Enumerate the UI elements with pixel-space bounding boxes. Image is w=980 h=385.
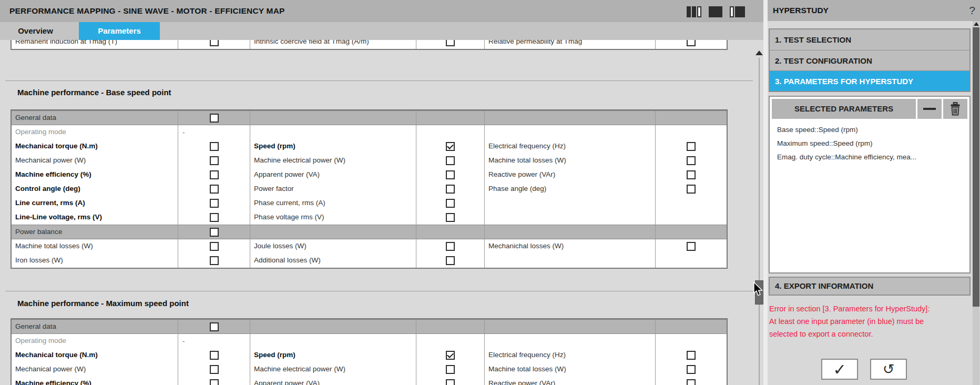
- empty-cell: [656, 111, 727, 125]
- parameter-checkbox[interactable]: [210, 322, 219, 331]
- param-label: Machine electrical power (W): [250, 362, 416, 377]
- parameter-checkbox[interactable]: [210, 351, 219, 360]
- parameter-checkbox[interactable]: [687, 379, 696, 385]
- empty-cell: [485, 111, 656, 125]
- group-checkbox-cell: [178, 225, 250, 239]
- clear-parameters-button[interactable]: [943, 99, 967, 119]
- parameter-checkbox[interactable]: [687, 185, 696, 194]
- param-label: Reactive power (VAr): [485, 377, 656, 385]
- param-checkbox-cell: [656, 348, 727, 362]
- param-label: Reactive power (VAr): [485, 168, 656, 182]
- parameter-checkbox[interactable]: [446, 185, 455, 194]
- confirm-button[interactable]: ✓: [821, 359, 858, 380]
- section-test-configuration[interactable]: 2. TEST CONFIGURATION: [770, 50, 969, 70]
- param-checkbox-cell: [178, 254, 250, 268]
- param-label: Mechanical torque (N.m): [12, 139, 178, 154]
- parameter-checkbox[interactable]: [210, 379, 219, 385]
- panel-scroll-up-icon[interactable]: [974, 22, 979, 26]
- parameter-checkbox[interactable]: [210, 185, 219, 194]
- param-checkbox-cell: [416, 154, 485, 168]
- sidebar-pane-view-icon[interactable]: [730, 6, 745, 17]
- error-message-line: selected to export a connector.: [769, 328, 975, 340]
- parameter-checkbox[interactable]: [210, 114, 219, 123]
- table-row: Mechanical power (W)Machine electrical p…: [12, 362, 727, 377]
- parameter-checkbox[interactable]: [446, 256, 455, 265]
- remove-parameter-button[interactable]: [917, 99, 942, 119]
- param-label: Relative permeability at Tmag: [485, 40, 656, 49]
- selected-parameters-list: Base speed::Speed (rpm) Maximum speed::S…: [772, 123, 967, 164]
- parameter-checkbox[interactable]: [446, 170, 455, 179]
- param-label: Remanent induction at Tmag (T): [12, 40, 178, 49]
- param-checkbox-cell: [656, 210, 727, 225]
- parameter-checkbox[interactable]: [210, 199, 219, 208]
- help-icon[interactable]: ?: [966, 2, 978, 19]
- param-label: Machine total losses (W): [12, 239, 178, 254]
- param-label: Machine efficiency (%): [12, 377, 178, 385]
- parameter-checkbox[interactable]: [210, 213, 219, 222]
- param-checkbox-cell: [416, 254, 485, 268]
- param-label: Machine electrical power (W): [250, 154, 416, 168]
- parameter-checkbox[interactable]: [687, 142, 696, 151]
- group-checkbox-cell: [178, 320, 250, 333]
- selected-parameters-box: SELECTED PARAMETERS Base speed::Speed (r…: [769, 96, 971, 273]
- group-header-row: General data: [12, 110, 727, 125]
- scroll-up-icon[interactable]: [756, 50, 763, 55]
- application-window: PERFORMANCE MAPPING - SINE WAVE - MOTOR …: [0, 0, 980, 385]
- parameter-checkbox[interactable]: [210, 40, 219, 46]
- tab-parameters[interactable]: Parameters: [79, 22, 160, 40]
- parameter-checkbox[interactable]: [210, 142, 219, 151]
- parameter-checkbox-checked[interactable]: [446, 351, 455, 360]
- parameter-checkbox[interactable]: [210, 228, 219, 237]
- parameter-checkbox[interactable]: [687, 170, 696, 179]
- param-checkbox-cell: [178, 168, 250, 182]
- parameter-checkbox[interactable]: [687, 40, 696, 46]
- error-message-line: At least one input parameter (in blue) m…: [769, 315, 975, 328]
- param-checkbox-cell: [178, 139, 250, 154]
- empty-cell: [250, 320, 416, 333]
- parameter-checkbox[interactable]: [687, 242, 696, 251]
- param-label: [485, 254, 656, 268]
- section-export-information[interactable]: 4. EXPORT INFORMATION: [769, 277, 971, 296]
- single-pane-view-icon[interactable]: [709, 6, 722, 17]
- section-test-selection[interactable]: 1. TEST SELECTION: [770, 29, 969, 50]
- parameter-checkbox-checked[interactable]: [446, 142, 455, 151]
- main-scrollbar-track[interactable]: [759, 58, 760, 385]
- table-row: Iron losses (W)Additional losses (W): [12, 254, 727, 268]
- param-label: Machine total losses (W): [485, 362, 656, 377]
- param-label: [485, 210, 656, 225]
- parameter-checkbox[interactable]: [210, 242, 219, 251]
- parameter-checkbox[interactable]: [446, 199, 455, 208]
- param-checkbox-cell: [178, 377, 250, 385]
- param-label: Joule losses (W): [250, 239, 416, 254]
- panel-scrollbar-thumb[interactable]: [973, 27, 979, 307]
- parameter-checkbox[interactable]: [687, 156, 696, 165]
- reset-button[interactable]: ↺: [870, 359, 907, 380]
- list-item[interactable]: Base speed::Speed (rpm): [772, 123, 967, 137]
- list-item[interactable]: Emag. duty cycle::Machine efficiency, me…: [772, 150, 967, 164]
- parameter-checkbox[interactable]: [210, 156, 219, 165]
- selected-parameters-title: SELECTED PARAMETERS: [772, 99, 916, 119]
- parameter-checkbox[interactable]: [687, 351, 696, 360]
- empty-cell: [485, 225, 656, 239]
- tab-overview[interactable]: Overview: [0, 22, 71, 40]
- split-columns-view-icon[interactable]: [687, 6, 701, 17]
- param-label: Machine efficiency (%): [12, 168, 178, 182]
- param-label: Phase voltage rms (V): [250, 210, 416, 225]
- table-row: Machine efficiency (%)Apparent power (VA…: [12, 168, 727, 182]
- parameter-checkbox[interactable]: [446, 242, 455, 251]
- table-row: Remanent induction at Tmag (T)Intrinsic …: [12, 40, 727, 49]
- list-item[interactable]: Maximum speed::Speed (rpm): [772, 137, 967, 150]
- parameter-checkbox[interactable]: [210, 256, 219, 265]
- parameter-checkbox[interactable]: [446, 156, 455, 165]
- section-parameters-for-hyperstudy[interactable]: 3. PARAMETERS FOR HYPERSTUDY: [770, 70, 969, 91]
- parameter-checkbox[interactable]: [210, 365, 219, 374]
- parameter-checkbox[interactable]: [446, 213, 455, 222]
- param-checkbox-cell: [178, 182, 250, 196]
- parameter-checkbox[interactable]: [446, 40, 455, 46]
- section-heading-base-speed: Machine performance - Base speed point: [17, 88, 171, 97]
- parameter-checkbox[interactable]: [687, 365, 696, 374]
- parameter-checkbox[interactable]: [446, 365, 455, 374]
- parameter-checkbox[interactable]: [210, 170, 219, 179]
- parameter-checkbox[interactable]: [446, 379, 455, 385]
- param-checkbox-cell: -: [178, 125, 250, 139]
